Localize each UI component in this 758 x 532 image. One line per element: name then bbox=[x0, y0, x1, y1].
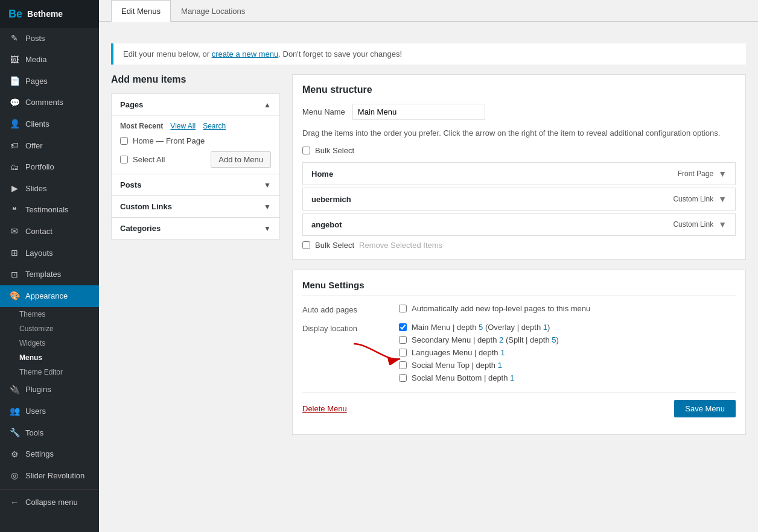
sidebar-item-users[interactable]: 👥 Users bbox=[0, 401, 99, 422]
sidebar-sub-theme-editor[interactable]: Theme Editor bbox=[0, 365, 99, 379]
languages-menu-location-label: Languages Menu | depth 1 bbox=[412, 348, 505, 357]
tab-view-all[interactable]: View All bbox=[170, 122, 196, 130]
themes-label: Themes bbox=[19, 310, 45, 318]
menu-name-input[interactable] bbox=[352, 104, 485, 120]
top-bulk-select-checkbox[interactable] bbox=[302, 147, 310, 154]
sidebar-item-label: Comments bbox=[25, 97, 63, 108]
sidebar-item-settings[interactable]: ⚙ Settings bbox=[0, 444, 99, 466]
posts-icon: ✎ bbox=[8, 33, 21, 45]
sidebar-item-plugins[interactable]: 🔌 Plugins bbox=[0, 379, 99, 401]
sidebar-sub-customize[interactable]: Customize bbox=[0, 321, 99, 336]
delete-menu-link[interactable]: Delete Menu bbox=[302, 404, 347, 413]
home-item-arrow[interactable]: ▼ bbox=[718, 169, 727, 179]
sidebar-item-collapse[interactable]: ← Collapse menu bbox=[0, 492, 99, 514]
sidebar-item-pages[interactable]: 📄 Pages bbox=[0, 71, 99, 92]
custom-links-label: Custom Links bbox=[120, 202, 172, 211]
custom-links-accordion-header[interactable]: Custom Links ▼ bbox=[112, 196, 279, 217]
posts-accordion-label: Posts bbox=[120, 180, 141, 189]
social-menu-top-location-label: Social Menu Top | depth 1 bbox=[412, 361, 502, 370]
save-menu-button[interactable]: Save Menu bbox=[674, 400, 736, 417]
languages-menu-checkbox[interactable] bbox=[399, 349, 407, 356]
bottom-bulk-select-row: Bulk Select Remove Selected Items bbox=[302, 241, 736, 250]
sidebar-item-slides[interactable]: ▶ Slides bbox=[0, 178, 99, 200]
categories-accordion-header[interactable]: Categories ▼ bbox=[112, 218, 279, 239]
pages-accordion-header[interactable]: Pages ▲ bbox=[112, 94, 279, 115]
offer-icon: 🏷 bbox=[8, 140, 21, 152]
select-all-checkbox[interactable] bbox=[120, 156, 128, 163]
sidebar-item-contact[interactable]: ✉ Contact bbox=[0, 221, 99, 242]
angebot-item-arrow[interactable]: ▼ bbox=[718, 220, 727, 229]
info-text-after: . Don't forget to save your changes! bbox=[278, 49, 402, 59]
main-inner: Edit your menu below, or create a new me… bbox=[99, 22, 758, 447]
uebermich-type-label: Custom Link bbox=[673, 195, 713, 203]
auto-add-description: Automatically add new top-level pages to… bbox=[412, 304, 590, 313]
sidebar-divider bbox=[0, 489, 99, 490]
sidebar-sub-widgets[interactable]: Widgets bbox=[0, 336, 99, 350]
slides-icon: ▶ bbox=[8, 183, 21, 195]
sidebar-item-tools[interactable]: 🔧 Tools bbox=[0, 422, 99, 444]
pages-accordion-body: Most Recent View All Search Home — Front… bbox=[112, 115, 279, 174]
sidebar-item-label: Tools bbox=[25, 428, 43, 439]
sidebar-item-label: Layouts bbox=[25, 248, 53, 259]
select-all-text: Select All bbox=[133, 155, 165, 164]
menus-label: Menus bbox=[19, 353, 42, 362]
menu-description: Drag the items into the order you prefer… bbox=[302, 128, 736, 138]
sidebar-item-label: Plugins bbox=[25, 384, 51, 395]
sidebar-item-clients[interactable]: 👤 Clients bbox=[0, 113, 99, 135]
home-front-page-label: Home — Front Page bbox=[133, 136, 205, 145]
sidebar-item-slider-revolution[interactable]: ◎ Slider Revolution bbox=[0, 465, 99, 487]
sidebar-item-posts[interactable]: ✎ Posts bbox=[0, 28, 99, 49]
sidebar-item-label: Appearance bbox=[25, 291, 68, 302]
auto-add-label: Auto add pages bbox=[302, 304, 399, 314]
select-all-label[interactable]: Select All bbox=[120, 155, 165, 164]
add-to-menu-button[interactable]: Add to Menu bbox=[211, 151, 271, 168]
left-column: Add menu items Pages ▲ Most Recent View … bbox=[111, 74, 280, 435]
secondary-menu-checkbox[interactable] bbox=[399, 336, 407, 344]
sidebar-item-comments[interactable]: 💬 Comments bbox=[0, 92, 99, 114]
social-menu-bottom-checkbox[interactable] bbox=[399, 374, 407, 382]
settings-icon: ⚙ bbox=[8, 449, 21, 461]
tab-most-recent[interactable]: Most Recent bbox=[120, 122, 163, 130]
sidebar-item-appearance[interactable]: 🎨 Appearance bbox=[0, 285, 99, 307]
sidebar-item-layouts[interactable]: ⊞ Layouts bbox=[0, 242, 99, 264]
custom-links-arrow: ▼ bbox=[264, 203, 271, 211]
tab-search[interactable]: Search bbox=[203, 122, 226, 130]
testimonials-icon: ❝ bbox=[8, 204, 21, 217]
sidebar-item-media[interactable]: 🖼 Media bbox=[0, 49, 99, 71]
pages-accordion-arrow: ▲ bbox=[264, 101, 271, 109]
top-bulk-select-row: Bulk Select bbox=[302, 146, 736, 155]
right-column: Menu structure Menu Name Drag the items … bbox=[292, 74, 746, 435]
custom-links-accordion: Custom Links ▼ bbox=[111, 196, 280, 218]
main-menu-checkbox[interactable] bbox=[399, 323, 407, 331]
add-menu-items-heading: Add menu items bbox=[111, 74, 280, 85]
tab-edit-menus[interactable]: Edit Menus bbox=[111, 0, 171, 22]
pages-icon: 📄 bbox=[8, 75, 21, 87]
sidebar-item-portfolio[interactable]: 🗂 Portfolio bbox=[0, 157, 99, 179]
select-all-row: Select All Add to Menu bbox=[120, 151, 271, 168]
sidebar-item-label: Pages bbox=[25, 76, 48, 87]
tab-manage-locations[interactable]: Manage Locations bbox=[171, 0, 255, 22]
auto-add-checkbox[interactable] bbox=[399, 305, 407, 312]
brand-name: Betheme bbox=[27, 9, 63, 19]
auto-add-content: Automatically add new top-level pages to… bbox=[399, 304, 736, 317]
bottom-bulk-select-checkbox[interactable] bbox=[302, 241, 310, 249]
sidebar-item-testimonials[interactable]: ❝ Testimonials bbox=[0, 200, 99, 221]
menu-item-angebot: angebot Custom Link ▼ bbox=[302, 213, 736, 236]
create-new-menu-link[interactable]: create a new menu bbox=[212, 49, 279, 59]
home-front-page-checkbox[interactable] bbox=[120, 137, 128, 145]
categories-label: Categories bbox=[120, 224, 161, 233]
sidebar-sub-menus[interactable]: Menus bbox=[0, 350, 99, 365]
portfolio-icon: 🗂 bbox=[8, 162, 21, 174]
menu-name-row: Menu Name bbox=[302, 104, 736, 120]
brand: Be Betheme bbox=[0, 0, 99, 28]
sidebar-item-templates[interactable]: ⊡ Templates bbox=[0, 264, 99, 286]
social-menu-top-checkbox[interactable] bbox=[399, 361, 407, 369]
sidebar-item-offer[interactable]: 🏷 Offer bbox=[0, 135, 99, 157]
sidebar-sub-themes[interactable]: Themes bbox=[0, 307, 99, 321]
theme-editor-label: Theme Editor bbox=[19, 368, 63, 376]
uebermich-item-arrow[interactable]: ▼ bbox=[718, 194, 727, 204]
media-icon: 🖼 bbox=[8, 54, 21, 66]
main-content: Edit Menus Manage Locations Edit your me… bbox=[99, 0, 758, 532]
remove-selected-items-link[interactable]: Remove Selected Items bbox=[359, 241, 442, 250]
posts-accordion-header[interactable]: Posts ▼ bbox=[112, 174, 279, 195]
